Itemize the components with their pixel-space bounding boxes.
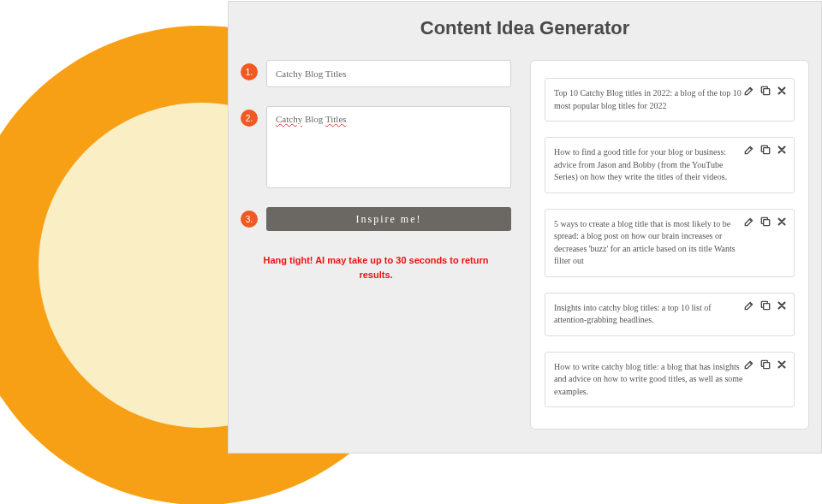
results-column: Top 10 Catchy Blog titles in 2022: a blo… [530,60,809,430]
generator-panel: Content Idea Generator 1. 2. Catchy Blog… [228,1,822,454]
result-card: Top 10 Catchy Blog titles in 2022: a blo… [545,78,795,122]
copy-icon[interactable] [759,215,772,228]
result-actions [742,299,789,312]
result-actions [742,358,789,371]
result-card: Insights into catchy blog titles: a top … [545,293,795,336]
svg-rect-1 [764,148,770,154]
copy-icon[interactable] [759,143,772,157]
step-badge-2: 2. [241,110,258,127]
spellcheck-word: Catchy [276,114,302,124]
close-icon[interactable] [775,84,789,98]
close-icon[interactable] [775,215,789,228]
page-title: Content Idea Generator [229,17,821,39]
result-actions [742,84,789,98]
result-text: How to write catchy blog title: a blog t… [554,361,746,399]
svg-rect-3 [764,303,770,309]
edit-icon[interactable] [742,84,756,98]
step-badge-3: 3. [241,210,258,228]
edit-icon[interactable] [742,299,756,312]
result-card: 5 ways to create a blog title that is mo… [545,209,795,277]
topic-input[interactable] [266,60,511,87]
spellcheck-word: Titles [325,114,347,124]
description-textarea[interactable]: Catchy Blog Titles [266,106,511,188]
svg-rect-4 [764,362,770,368]
result-text: 5 ways to create a blog title that is mo… [554,218,746,268]
result-text: How to find a good title for your blog o… [554,146,746,184]
result-text: Top 10 Catchy Blog titles in 2022: a blo… [554,87,746,112]
result-actions [742,215,789,228]
copy-icon[interactable] [759,299,772,312]
status-message: Hang tight! AI may take up to 30 seconds… [241,253,511,282]
close-icon[interactable] [775,299,789,312]
input-column: 1. 2. Catchy Blog Titles 3. Inspire me! … [241,60,511,430]
inspire-button[interactable]: Inspire me! [266,207,511,231]
edit-icon[interactable] [742,358,756,371]
svg-rect-2 [764,219,770,225]
close-icon[interactable] [775,358,789,371]
close-icon[interactable] [775,143,789,157]
result-card: How to write catchy blog title: a blog t… [545,352,795,408]
edit-icon[interactable] [742,143,756,157]
result-actions [742,143,789,157]
copy-icon[interactable] [759,84,772,98]
edit-icon[interactable] [742,215,756,228]
result-text: Insights into catchy blog titles: a top … [554,302,746,327]
result-card: How to find a good title for your blog o… [545,137,795,193]
svg-rect-0 [764,89,770,95]
step-badge-1: 1. [241,63,258,80]
copy-icon[interactable] [759,358,772,371]
